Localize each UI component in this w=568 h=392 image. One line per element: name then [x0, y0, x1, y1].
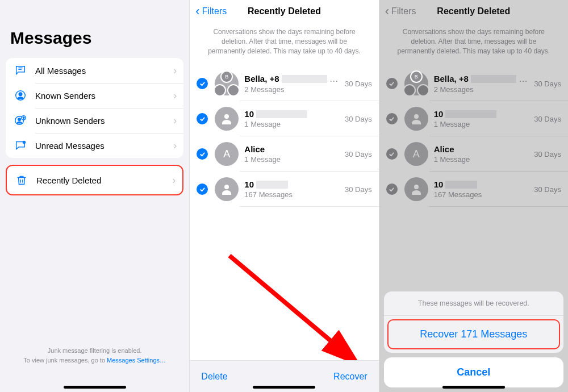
red-arrow-annotation: [224, 244, 371, 375]
conversation-row[interactable]: AAlice1 Message30 Days: [379, 136, 568, 172]
conversation-list: BBella, +8…2 Messages30 Days101 Message3…: [379, 66, 568, 207]
back-button-disabled: ‹ Filters: [385, 5, 416, 18]
redacted-text: [471, 75, 516, 83]
person-avatar: [404, 177, 428, 201]
svg-text:?: ?: [23, 116, 24, 120]
filter-label: Recently Deleted: [36, 176, 172, 185]
letter-avatar: A: [404, 142, 428, 166]
chat-bubble-icon: [12, 62, 28, 78]
recover-button[interactable]: Recover: [333, 372, 367, 382]
filter-label: Unread Messages: [35, 141, 173, 151]
conversation-name: 10: [434, 109, 444, 119]
person-avatar: [215, 177, 239, 201]
recently-deleted-pane: ‹ Filters Recently Deleted Conversations…: [189, 0, 378, 392]
cancel-button[interactable]: Cancel: [384, 357, 563, 387]
group-avatar: B: [215, 72, 239, 95]
conversation-name: Alice: [244, 144, 265, 154]
redacted-text: [256, 110, 307, 118]
messages-settings-link[interactable]: Messages Settings…: [107, 357, 166, 364]
conversation-row[interactable]: 10167 Messages30 Days: [190, 172, 378, 207]
conversation-row[interactable]: AAlice1 Message30 Days: [190, 136, 378, 172]
conversation-row[interactable]: 101 Message30 Days: [190, 101, 378, 136]
conversation-subtitle: 167 Messages: [434, 190, 532, 199]
days-remaining: 30 Days: [345, 80, 372, 88]
conversation-name: Bella, +8: [244, 74, 279, 84]
days-remaining: 30 Days: [345, 115, 372, 123]
filter-label: Known Senders: [35, 91, 173, 101]
conversation-row[interactable]: BBella, +8…2 Messages30 Days: [190, 66, 378, 101]
home-indicator[interactable]: [253, 386, 315, 389]
back-button[interactable]: ‹ Filters: [195, 5, 227, 18]
selection-checkmark[interactable]: [386, 78, 398, 89]
selection-checkmark[interactable]: [197, 113, 208, 124]
redacted-text: [445, 110, 496, 118]
chevron-right-icon: ›: [173, 65, 177, 77]
home-indicator[interactable]: [64, 386, 126, 389]
selection-checkmark[interactable]: [197, 78, 208, 89]
footer-text-2: To view junk messages, go to: [23, 357, 107, 364]
delete-button[interactable]: Delete: [201, 372, 227, 382]
conversation-row[interactable]: 101 Message30 Days: [379, 101, 568, 136]
ellipsis: …: [329, 74, 339, 84]
chevron-left-icon: ‹: [385, 5, 389, 18]
redacted-text: [282, 75, 327, 83]
group-avatar: B: [404, 72, 428, 95]
filter-label: All Messages: [35, 66, 173, 76]
days-remaining: 30 Days: [534, 115, 561, 123]
trash-icon: [14, 172, 30, 188]
days-remaining: 30 Days: [345, 150, 372, 159]
messages-filters-pane: Messages All Messages › Known Senders › …: [0, 0, 189, 392]
svg-point-6: [23, 141, 26, 144]
svg-point-3: [18, 118, 21, 121]
conversation-name: Alice: [434, 144, 454, 154]
nav-title: Recently Deleted: [437, 6, 510, 16]
filter-unknown-senders[interactable]: ? Unknown Senders ›: [6, 108, 183, 133]
person-avatar: [215, 107, 239, 131]
selection-checkmark[interactable]: [386, 113, 398, 124]
filter-unread-messages[interactable]: Unread Messages ›: [6, 133, 183, 158]
selection-checkmark[interactable]: [197, 184, 208, 195]
days-remaining: 30 Days: [534, 80, 561, 88]
ellipsis: …: [519, 74, 528, 84]
conversation-subtitle: 1 Message: [434, 120, 532, 128]
selection-checkmark[interactable]: [197, 148, 208, 160]
days-remaining: 30 Days: [534, 185, 561, 194]
selection-checkmark[interactable]: [386, 148, 398, 160]
filter-label: Unknown Senders: [35, 116, 173, 126]
person-avatar: [404, 107, 428, 131]
conversation-row[interactable]: 10167 Messages30 Days: [379, 172, 568, 207]
redacted-text: [256, 181, 288, 189]
recently-deleted-pane-dimmed: ‹ Filters Recently Deleted Conversations…: [379, 0, 568, 392]
action-sheet: These messages will be recovered. Recove…: [384, 291, 563, 387]
filter-known-senders[interactable]: Known Senders ›: [6, 83, 183, 108]
conversation-name: Bella, +8: [434, 74, 469, 84]
page-title: Messages: [0, 0, 189, 58]
conversation-name: 10: [434, 180, 444, 189]
conversation-name: 10: [244, 109, 254, 119]
conversation-subtitle: 1 Message: [244, 120, 343, 128]
recover-messages-button[interactable]: Recover 171 Messages: [387, 319, 560, 349]
nav-bar: ‹ Filters Recently Deleted: [190, 0, 378, 23]
chevron-right-icon: ›: [172, 174, 176, 186]
filter-recently-deleted-highlighted[interactable]: Recently Deleted ›: [6, 165, 183, 195]
conversation-row[interactable]: BBella, +8…2 Messages30 Days: [379, 66, 568, 101]
chevron-right-icon: ›: [173, 90, 177, 102]
conversation-subtitle: 167 Messages: [244, 190, 343, 199]
chat-dot-icon: [12, 137, 28, 153]
filter-all-messages[interactable]: All Messages ›: [6, 58, 183, 83]
conversation-list: BBella, +8…2 Messages30 Days101 Message3…: [190, 66, 378, 207]
nav-title: Recently Deleted: [248, 6, 321, 16]
deletion-info-text: Conversations show the days remaining be…: [379, 23, 568, 66]
footer-text-1: Junk message filtering is enabled.: [48, 347, 142, 354]
svg-point-10: [414, 114, 419, 119]
days-remaining: 30 Days: [345, 185, 372, 194]
back-label: Filters: [391, 6, 416, 16]
svg-line-9: [229, 256, 354, 361]
selection-checkmark[interactable]: [386, 184, 398, 195]
conversation-subtitle: 2 Messages: [244, 85, 343, 94]
svg-point-7: [224, 114, 229, 119]
home-indicator[interactable]: [442, 386, 505, 389]
letter-avatar: A: [215, 142, 239, 166]
person-circle-icon: [12, 87, 28, 103]
svg-point-11: [414, 185, 419, 189]
